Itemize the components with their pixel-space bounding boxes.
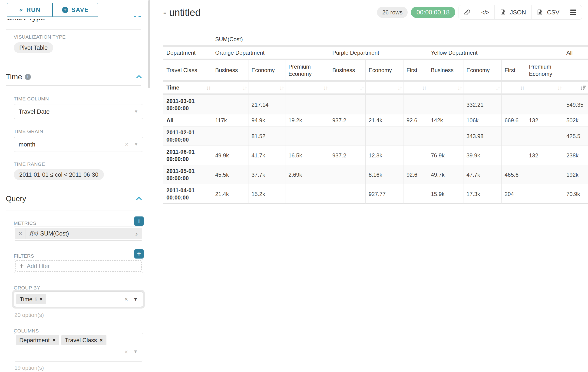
sort-header[interactable]: ↓↑ [285,81,329,94]
more-menu-button[interactable] [565,5,582,19]
group-header-all: All [563,46,588,60]
time-column-select[interactable]: Travel Date ▼ [14,104,143,119]
time-section-title: Time [6,73,22,81]
add-filter-button[interactable]: + Add filter [15,260,142,272]
remove-chip-icon[interactable]: × [40,296,42,302]
chip-label: Department [19,337,50,344]
table-row: All117k94.9k19.2k937.221.4k92.6142k106k6… [163,114,588,127]
csv-button-label: .CSV [545,9,559,16]
group-by-options-note: 20 option(s) [14,312,44,318]
run-button[interactable]: RUN [7,3,52,17]
embed-code-button[interactable]: </> [476,5,494,19]
add-metric-button[interactable]: + [134,216,144,226]
sort-header[interactable]: ↓↑ [403,81,428,94]
cell-value: 8.16k [366,165,403,184]
export-json-button[interactable]: .JSON [494,5,532,19]
group-by-select[interactable]: Time i × × ▼ [14,292,143,307]
time-column-value: Travel Date [19,108,50,115]
query-section-title: Query [6,194,26,203]
panel-resize-handle-dot[interactable] [134,16,136,17]
sort-header[interactable]: ↓↑ [463,81,502,94]
cell-value [526,127,563,146]
superset-explore: Chart Type RUN + SAVE VISUALIZATION TYPE… [0,0,588,372]
time-grain-select[interactable]: month × ▼ [14,137,143,152]
chevron-right-icon[interactable]: › [131,228,142,239]
clear-all-icon[interactable]: × [124,349,128,356]
cell-value: 19.2k [285,114,329,127]
chevron-down-icon[interactable]: ▼ [133,349,138,354]
header-actions: 26 rows 00:00:00.18 </> [377,5,582,20]
cell-value: 502k [563,114,588,127]
sort-both-icon: ↓↑ [520,84,524,91]
chevron-down-icon[interactable]: ▼ [133,297,138,302]
cell-value [502,146,526,165]
collapse-chevron-icon[interactable] [136,75,142,78]
query-section-header[interactable]: Query [6,194,26,203]
function-icon: ƒ(x) [30,231,38,236]
copy-link-button[interactable] [459,5,476,19]
cell-value: 425.5 [563,127,588,146]
sort-header-time[interactable]: Time ↓↑ [163,81,212,94]
columns-chip-department[interactable]: Department × [16,335,59,345]
remove-metric-icon[interactable]: × [15,228,26,239]
sort-both-icon: ↓↑ [279,84,283,91]
cell-value: 117k [212,114,248,127]
remove-chip-icon[interactable]: × [52,337,55,343]
sidebar-scrollbar-thumb[interactable] [148,0,150,88]
visualization-type-label: VISUALIZATION TYPE [14,34,65,40]
class-header: First [502,60,526,81]
cell-value [526,94,563,114]
table-row: 2011-05-01 00:00:0045.5k37.7k2.69k8.16k9… [163,165,588,184]
row-count-badge: 26 rows [377,7,408,18]
class-header: Business [329,60,366,81]
cell-value: 937.2 [329,114,366,127]
metric-chip[interactable]: × ƒ(x) SUM(Cost) › [15,228,142,239]
export-csv-button[interactable]: .CSV [531,5,565,19]
panel-resize-handle-dot[interactable] [138,16,141,17]
sort-header[interactable]: ↓↑ [366,81,403,94]
cell-value: 465.6 [502,165,526,184]
cell-value: 937.2 [329,146,366,165]
row-time-label: 2011-06-01 00:00:00 [163,146,212,165]
sort-header[interactable]: ↓↑ [212,81,248,94]
group-by-chip-time[interactable]: Time i × [16,294,46,304]
sort-header-all-active[interactable]: ↓ [563,81,588,94]
empty-corner-cell [163,33,212,46]
cell-value [403,146,428,165]
cell-value: 332.21 [463,94,502,114]
clear-icon[interactable]: × [125,141,128,148]
run-save-button-group: RUN + SAVE [7,3,98,17]
sort-header[interactable]: ↓↑ [428,81,463,94]
sort-both-icon: ↓↑ [495,84,499,91]
table-row: 2011-02-01 00:00:0081.52343.98425.5 [163,127,588,146]
time-section-header[interactable]: Time i [6,73,31,81]
save-button-label: SAVE [71,6,89,13]
save-button[interactable]: + SAVE [52,3,98,17]
chevron-down-icon: ▼ [134,109,138,114]
sort-both-icon: ↓↑ [398,84,401,91]
time-range-pill[interactable]: 2011-01-01 ≤ col < 2011-06-30 [14,169,104,180]
department-axis-label: Department [163,46,212,60]
remove-chip-icon[interactable]: × [100,337,103,343]
class-header: Business [428,60,463,81]
cell-value: 81.52 [248,127,285,146]
collapse-chevron-icon[interactable] [136,197,142,200]
visualization-type-pill[interactable]: Pivot Table [14,42,53,53]
chevron-down-icon: ▼ [134,142,138,147]
cell-value [502,94,526,114]
cell-value: 12.3k [366,146,403,165]
sort-header[interactable]: ↓↑ [248,81,285,94]
columns-chip-travel-class[interactable]: Travel Class × [61,335,106,345]
cell-value: 92.6 [403,165,428,184]
row-time-label: 2011-02-01 00:00:00 [163,127,212,146]
add-filter-plus-button[interactable]: + [134,249,144,258]
columns-select[interactable]: Department × Travel Class × × ▼ [14,333,143,361]
clear-all-icon[interactable]: × [124,296,128,303]
cell-value: 49.7k [428,165,463,184]
sort-header[interactable]: ↓↑ [502,81,526,94]
sort-header[interactable]: ↓↑ [329,81,366,94]
sort-header[interactable]: ↓↑ [526,81,563,94]
cell-value: 192k [563,165,588,184]
class-header: Economy [248,60,285,81]
cell-value: 39.9k [463,146,502,165]
